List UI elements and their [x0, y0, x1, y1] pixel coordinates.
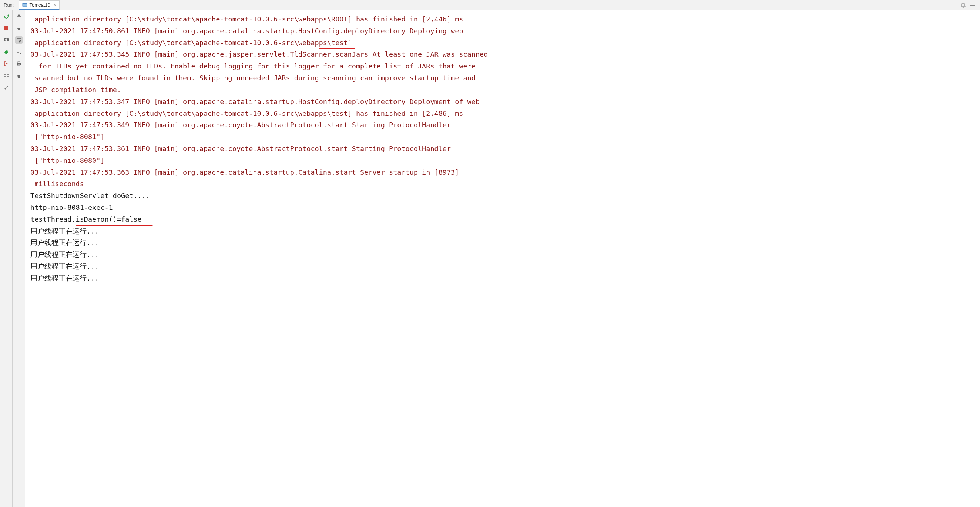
scroll-to-end-button[interactable] [15, 48, 22, 56]
gear-icon[interactable] [960, 2, 966, 8]
svg-rect-2 [970, 5, 975, 6]
console-line: 用户线程正在运行... [30, 226, 975, 237]
run-label: Run: [2, 2, 16, 8]
svg-rect-3 [5, 26, 8, 30]
sidebar-left-2 [13, 10, 25, 507]
clear-button[interactable] [15, 72, 22, 79]
scroll-up-button[interactable] [15, 13, 22, 20]
console-line: for TLDs yet contained no TLDs. Enable d… [30, 60, 975, 72]
svg-point-5 [5, 39, 7, 41]
svg-rect-7 [4, 74, 6, 75]
console-line: 03-Jul-2021 17:47:53.363 INFO [main] org… [30, 167, 975, 178]
exit-button[interactable] [3, 60, 10, 67]
console-line: 用户线程正在运行... [30, 237, 975, 249]
print-button[interactable] [15, 60, 22, 67]
console-line: 03-Jul-2021 17:47:53.361 INFO [main] org… [30, 143, 975, 155]
console-output[interactable]: application directory [C:\study\tomcat\a… [25, 10, 980, 507]
console-line: application directory [C:\study\tomcat\a… [30, 37, 975, 49]
stop-button[interactable] [3, 24, 10, 32]
run-header: Run: Tomcat10 × [0, 0, 980, 10]
sidebar-left-1 [0, 10, 13, 507]
console-line: 03-Jul-2021 17:47:53.345 INFO [main] org… [30, 48, 975, 60]
run-body: application directory [C:\study\tomcat\a… [0, 10, 980, 507]
debug-button[interactable] [3, 48, 10, 56]
svg-rect-13 [18, 64, 20, 65]
console-line: 用户线程正在运行... [30, 249, 975, 261]
console-line: 用户线程正在运行... [30, 261, 975, 272]
svg-rect-12 [18, 62, 20, 63]
console-line: testThread.isDaemon()=false [30, 213, 975, 226]
console-line: 03-Jul-2021 17:47:53.347 INFO [main] org… [30, 96, 975, 108]
tab-label: Tomcat10 [29, 2, 50, 8]
console-line: application directory [C:\study\tomcat\a… [30, 13, 975, 25]
close-tab-icon[interactable]: × [53, 2, 56, 8]
svg-rect-1 [22, 3, 27, 4]
console-line: 03-Jul-2021 17:47:53.349 INFO [main] org… [30, 119, 975, 131]
console-line: 03-Jul-2021 17:47:50.861 INFO [main] org… [30, 25, 975, 37]
layout-button[interactable] [3, 72, 10, 79]
header-right [960, 2, 978, 8]
svg-rect-10 [7, 76, 8, 77]
console-line: 用户线程正在运行... [30, 272, 975, 284]
console-line: scanned but no TLDs were found in them. … [30, 72, 975, 84]
console-line: TestShutdownServlet doGet.... [30, 190, 975, 202]
console-line: milliseconds [30, 178, 975, 190]
console-line: ["http-nio-8080"] [30, 155, 975, 167]
run-config-icon [22, 2, 27, 7]
minimize-icon[interactable] [970, 2, 975, 8]
dump-threads-button[interactable] [3, 36, 10, 44]
tab-tomcat10[interactable]: Tomcat10 × [19, 0, 60, 10]
pin-button[interactable] [3, 84, 10, 91]
console-line: http-nio-8081-exec-1 [30, 202, 975, 213]
console-line: application directory [C:\study\tomcat\a… [30, 108, 975, 119]
soft-wrap-button[interactable] [15, 36, 22, 44]
console-line: ["http-nio-8081"] [30, 131, 975, 143]
console-line: JSP compilation time. [30, 84, 975, 96]
svg-rect-9 [4, 76, 6, 77]
scroll-down-button[interactable] [15, 24, 22, 32]
rerun-button[interactable] [3, 13, 10, 20]
svg-rect-8 [7, 74, 8, 75]
